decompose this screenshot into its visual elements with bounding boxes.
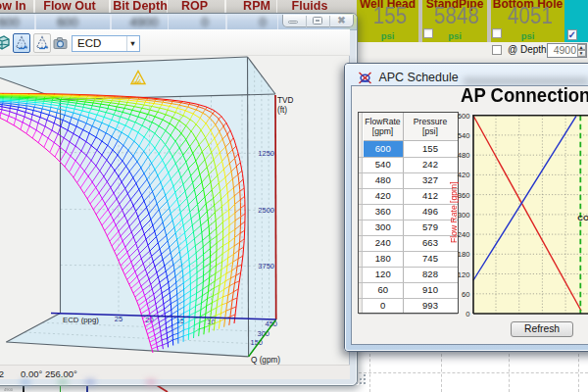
svg-text:2500: 2500: [258, 206, 274, 215]
svg-text:Q (gpm): Q (gpm): [251, 356, 280, 365]
svg-text:TVD: TVD: [277, 96, 293, 105]
svg-text:CONNECTION: CONNECTION: [577, 214, 588, 222]
svg-text:1250: 1250: [258, 149, 274, 158]
svg-text:(ft): (ft): [277, 106, 287, 115]
svg-text:3750: 3750: [258, 262, 274, 270]
svg-text:ECD (ppg): ECD (ppg): [63, 316, 99, 324]
